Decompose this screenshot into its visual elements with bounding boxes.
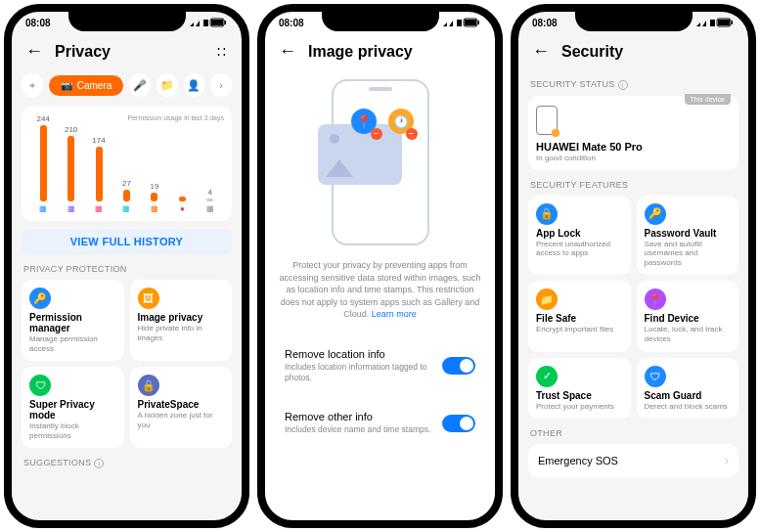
back-icon[interactable]: ← xyxy=(279,41,296,62)
emergency-sos-row[interactable]: Emergency SOS › xyxy=(528,444,738,477)
features-grid: 🔒 App Lock Precent unauthorized access t… xyxy=(528,196,738,420)
svg-rect-11 xyxy=(732,21,734,24)
camera-icon: 📷 xyxy=(61,80,72,91)
password-vault-card[interactable]: 🔑 Password Vault Save and autofill usern… xyxy=(637,196,739,276)
device-card[interactable]: This device HUAWEI Mate 50 Pro In good c… xyxy=(528,96,738,170)
status-time: 08:08 xyxy=(532,18,558,28)
bar-5[interactable]: 19▦ xyxy=(143,182,166,213)
privatespace-card[interactable]: 🔒 PrivateSpace A hidden zone just for yo… xyxy=(130,367,233,448)
section-protection: PRIVACY PROTECTION xyxy=(23,264,230,274)
view-full-history-button[interactable]: VIEW FULL HISTORY xyxy=(22,229,232,254)
section-other: OTHER xyxy=(530,428,737,438)
page-title: Image privacy xyxy=(308,43,481,61)
section-suggestions: SUGGESTIONSi xyxy=(23,458,230,468)
lock-icon: 🔒 xyxy=(536,203,558,225)
bar-icon-3: ▦ xyxy=(94,203,104,213)
phone-security: 08:08 ← Security SECURITY STATUSi This d… xyxy=(511,4,756,528)
bar-icon-4: ▦ xyxy=(121,203,131,213)
image-privacy-card[interactable]: 🖼 Image privacy Hide private info in ima… xyxy=(130,280,233,361)
shield-icon: 🛡 xyxy=(645,366,666,387)
svg-rect-2 xyxy=(211,20,223,25)
status-time: 08:08 xyxy=(25,18,51,28)
info-icon[interactable]: i xyxy=(94,459,104,468)
more-icon[interactable]: ∷ xyxy=(217,44,228,60)
svg-rect-3 xyxy=(225,21,227,24)
header: ← Security xyxy=(518,33,748,69)
device-status: In good condition xyxy=(536,154,731,162)
contacts-pill[interactable]: 👤 xyxy=(184,73,205,97)
svg-rect-0 xyxy=(203,20,208,26)
phone-privacy: 08:08 ← Privacy ∷ ⌖ 📷 Camera 🎤 📁 👤 › Per… xyxy=(4,4,249,528)
bars: 244▦ 210▦ 174▦ 27▦ 19▦ ● 4▦ xyxy=(29,125,224,213)
permission-manager-card[interactable]: 🔑 Permission manager Manage permission a… xyxy=(22,280,124,361)
illus-phone: 📍 🕐 − − xyxy=(332,79,429,245)
page-title: Security xyxy=(561,43,735,61)
find-device-card[interactable]: 📍 Find Device Locate, lock, and track de… xyxy=(637,281,739,351)
files-pill[interactable]: 📁 xyxy=(156,73,178,97)
info-icon[interactable]: i xyxy=(618,80,628,90)
protection-grid: 🔑 Permission manager Manage permission a… xyxy=(22,280,232,448)
illustration: 📍 🕐 − − xyxy=(275,69,485,259)
bar-1[interactable]: 244▦ xyxy=(31,114,55,213)
switch-on[interactable] xyxy=(442,357,475,375)
bar-2[interactable]: 210▦ xyxy=(60,125,83,213)
safe-icon: 📁 xyxy=(536,288,558,310)
back-icon[interactable]: ← xyxy=(25,41,43,62)
bar-3[interactable]: 174▦ xyxy=(87,136,111,213)
emergency-sos-label: Emergency SOS xyxy=(538,455,618,466)
mic-pill[interactable]: 🎤 xyxy=(129,73,151,97)
remove-location-toggle[interactable]: Remove location info Includes location i… xyxy=(275,338,485,393)
section-features: SECURITY FEATURES xyxy=(530,180,737,190)
bar-icon-1: ▦ xyxy=(38,203,48,213)
content: SECURITY STATUSi This device HUAWEI Mate… xyxy=(518,69,748,520)
scam-guard-card[interactable]: 🛡 Scam Guard Derect and block scams xyxy=(637,358,739,420)
check-icon: ✓ xyxy=(536,366,558,387)
header: ← Privacy ∷ xyxy=(12,33,242,69)
switch-on[interactable] xyxy=(442,415,475,432)
learn-more-link[interactable]: Learn more xyxy=(372,309,417,319)
remove-other-toggle[interactable]: Remove other info Includes device name a… xyxy=(275,401,485,445)
super-privacy-card[interactable]: 🛡 Super Privacy mode Instantly block per… xyxy=(22,367,124,448)
app-lock-card[interactable]: 🔒 App Lock Precent unauthorized access t… xyxy=(528,196,631,276)
page-title: Privacy xyxy=(55,43,205,61)
bar-6[interactable]: ● xyxy=(170,195,194,213)
bar-7[interactable]: 4▦ xyxy=(199,188,222,213)
chevron-right-icon: › xyxy=(725,454,729,467)
key-icon: 🔑 xyxy=(645,203,666,225)
camera-pill[interactable]: 📷 Camera xyxy=(49,75,124,96)
trust-space-card[interactable]: ✓ Trust Space Protect your payments xyxy=(528,358,631,420)
svg-rect-6 xyxy=(465,20,476,25)
back-icon[interactable]: ← xyxy=(532,41,550,62)
this-device-badge: This device xyxy=(685,94,731,105)
svg-rect-10 xyxy=(718,20,730,25)
svg-rect-7 xyxy=(478,21,480,24)
content: 📍 🕐 − − Protect your privacy by preventi… xyxy=(265,69,495,520)
bar-icon-6: ● xyxy=(177,203,187,213)
notch xyxy=(322,10,439,31)
key-icon: 🔑 xyxy=(29,288,51,309)
file-safe-card[interactable]: 📁 File Safe Encrypt important files xyxy=(528,281,631,351)
svg-rect-4 xyxy=(457,20,462,26)
notch xyxy=(68,10,186,31)
bar-icon-2: ▦ xyxy=(67,203,76,213)
svg-rect-8 xyxy=(710,20,715,26)
status-icons xyxy=(695,18,735,27)
bar-icon-7: ▦ xyxy=(205,203,215,213)
more-pill[interactable]: › xyxy=(210,73,232,97)
bar-4[interactable]: 27▦ xyxy=(114,179,138,213)
phone-image-privacy: 08:08 ← Image privacy 📍 🕐 − − Protect yo… xyxy=(257,4,503,528)
bar-icon-5: ▦ xyxy=(150,203,159,213)
device-name: HUAWEI Mate 50 Pro xyxy=(536,141,731,153)
usage-chart: Permission usage in last 3 days 244▦ 210… xyxy=(22,107,232,221)
remove-icon: − xyxy=(371,128,382,140)
status-time: 08:08 xyxy=(279,18,304,28)
status-icons xyxy=(189,18,228,27)
permission-pills: ⌖ 📷 Camera 🎤 📁 👤 › xyxy=(22,69,232,101)
phone-icon xyxy=(536,106,558,135)
remove-icon: − xyxy=(406,128,418,140)
header: ← Image privacy xyxy=(265,33,495,69)
chart-caption: Permission usage in last 3 days xyxy=(29,114,224,121)
location-pill[interactable]: ⌖ xyxy=(22,73,43,97)
location-icon: 📍 xyxy=(645,288,666,310)
description: Protect your privacy by preventing apps … xyxy=(275,259,485,331)
